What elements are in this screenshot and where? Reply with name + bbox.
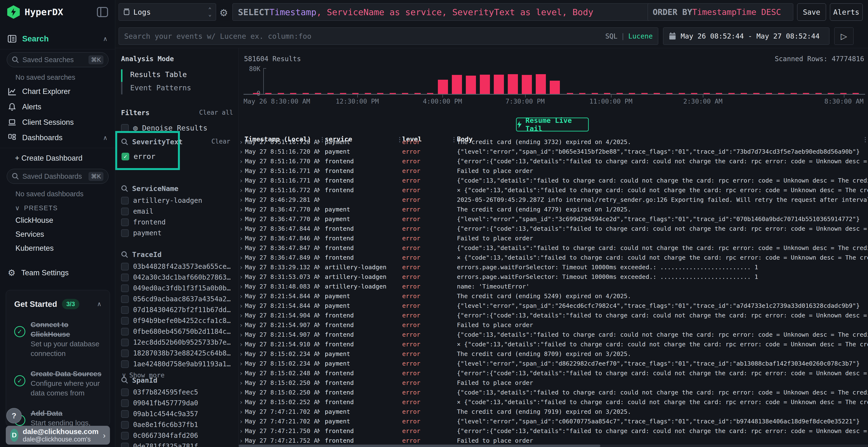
- filter-checkbox[interactable]: [121, 349, 129, 357]
- filter-checkbox[interactable]: [121, 295, 129, 303]
- save-button[interactable]: Save: [797, 3, 826, 21]
- preset-dashboard-link[interactable]: ClickHouse: [0, 213, 115, 227]
- help-button[interactable]: ?: [6, 408, 22, 423]
- table-row[interactable]: › May 27 8:36:47.846 AM frontend error F…: [239, 234, 868, 243]
- row-expand-chevron[interactable]: ›: [239, 301, 243, 311]
- table-row[interactable]: › May 27 8:15:02.250 AM frontend error F…: [239, 378, 868, 388]
- saved-searches-input[interactable]: [23, 56, 85, 64]
- filter-checkbox[interactable]: [121, 410, 129, 418]
- user-menu[interactable]: D dale@clickhouse.com dale@clickhouse.co…: [6, 426, 110, 445]
- alerts-button[interactable]: Alerts: [830, 3, 863, 21]
- mode-results-table[interactable]: Results Table: [121, 68, 191, 81]
- table-row[interactable]: › May 27 8:21:54.907 AM frontend error F…: [239, 320, 868, 330]
- sql-mode[interactable]: SQL: [605, 32, 618, 40]
- table-row[interactable]: › May 27 8:15:02.252 AM frontend error ×…: [239, 398, 868, 407]
- filter-option[interactable]: 0fbe680eb456750b2d1184c…: [121, 326, 231, 337]
- filter-checkbox[interactable]: [121, 208, 129, 215]
- search-icon[interactable]: [121, 185, 128, 192]
- filter-checkbox[interactable]: [121, 339, 129, 346]
- table-row[interactable]: › May 27 8:51:16.720 AM payment error {"…: [239, 147, 868, 157]
- horizontal-scrollbar[interactable]: [239, 445, 868, 447]
- sidebar-item-client-sessions[interactable]: Client Sessions: [0, 115, 115, 130]
- preset-dashboard-link[interactable]: Services: [0, 227, 115, 241]
- filter-checkbox[interactable]: [121, 229, 129, 237]
- table-row[interactable]: › May 27 8:21:54.904 AM frontend error {…: [239, 311, 868, 320]
- chevron-up-icon[interactable]: ∧: [103, 35, 107, 43]
- table-row[interactable]: › May 27 8:21:54.907 AM frontend error {…: [239, 330, 868, 340]
- row-expand-chevron[interactable]: ›: [239, 272, 243, 282]
- row-expand-chevron[interactable]: ›: [239, 157, 243, 166]
- filter-checkbox[interactable]: [121, 399, 129, 407]
- source-select[interactable]: Logs ⌃⌃: [119, 3, 216, 21]
- create-dashboard-button[interactable]: + Create Dashboard: [0, 150, 115, 166]
- row-expand-chevron[interactable]: ›: [239, 340, 243, 349]
- collapse-sidebar-icon[interactable]: [97, 7, 108, 17]
- table-row[interactable]: › May 27 8:15:02.250 AM frontend error {…: [239, 388, 868, 398]
- table-row[interactable]: › May 27 8:36:47.849 AM frontend error ×…: [239, 253, 868, 263]
- row-expand-chevron[interactable]: ›: [239, 311, 243, 320]
- sidebar-item-chart-explorer[interactable]: Chart Explorer: [0, 84, 115, 99]
- row-expand-chevron[interactable]: ›: [239, 320, 243, 330]
- chevron-up-icon[interactable]: ∧: [97, 300, 101, 308]
- table-row[interactable]: › May 27 8:36:47.770 AM payment error Th…: [239, 205, 868, 214]
- filter-option[interactable]: 0c0667304fafd206: [121, 430, 198, 441]
- severity-clear-button[interactable]: Clear: [212, 138, 230, 145]
- filter-checkbox[interactable]: [121, 328, 129, 336]
- table-row[interactable]: › May 27 8:51:16.771 AM frontend error {…: [239, 176, 868, 185]
- filter-option[interactable]: frontend: [121, 217, 202, 228]
- table-row[interactable]: › May 27 8:31:53.073 AM artillery-loadge…: [239, 272, 868, 282]
- row-expand-chevron[interactable]: ›: [239, 195, 243, 205]
- filter-checkbox[interactable]: [121, 218, 129, 226]
- row-expand-chevron[interactable]: ›: [239, 176, 243, 185]
- filter-checkbox[interactable]: [121, 197, 129, 204]
- query-language-toggle[interactable]: SQL | Lucene: [605, 32, 653, 40]
- run-query-button[interactable]: ▷: [834, 28, 854, 45]
- filter-checkbox[interactable]: [121, 306, 129, 314]
- sidebar-item-search[interactable]: Search ∧: [0, 31, 115, 47]
- table-row[interactable]: › May 27 8:15:02.234 AM payment error Th…: [239, 349, 868, 359]
- table-row[interactable]: › May 27 8:21:54.910 AM frontend error ×…: [239, 340, 868, 349]
- filter-option[interactable]: 09ab1c4544c9a357: [121, 409, 198, 419]
- row-expand-chevron[interactable]: ›: [239, 436, 243, 446]
- row-expand-chevron[interactable]: ›: [239, 349, 243, 359]
- resume-live-tail-button[interactable]: Resume Live Tail: [516, 117, 589, 132]
- row-expand-chevron[interactable]: ›: [239, 407, 243, 417]
- row-expand-chevron[interactable]: ›: [239, 426, 243, 436]
- results-histogram[interactable]: 80K 0 May 26 8:30:00 AM12:30:00 PM4:00:0…: [244, 68, 865, 95]
- event-search-box[interactable]: SQL | Lucene: [119, 28, 658, 45]
- row-expand-chevron[interactable]: ›: [239, 291, 243, 301]
- filter-option[interactable]: artillery-loadgen: [121, 195, 202, 206]
- filter-option[interactable]: payment: [121, 228, 202, 238]
- get-started-step[interactable]: ✓ Create Data Sources Configure where yo…: [14, 369, 101, 398]
- table-row[interactable]: › May 27 8:31:48.083 AM artillery-loadge…: [239, 282, 868, 291]
- filter-checkbox[interactable]: [121, 284, 129, 292]
- row-expand-chevron[interactable]: ›: [239, 369, 243, 378]
- date-range-picker[interactable]: May 26 08:52:44 - May 27 08:52:44: [663, 28, 830, 45]
- sidebar-item-team-settings[interactable]: ⚙ Team Settings: [0, 265, 115, 281]
- row-expand-chevron[interactable]: ›: [239, 378, 243, 388]
- row-expand-chevron[interactable]: ›: [239, 263, 243, 272]
- table-row[interactable]: › May 27 8:51:16.771 AM frontend error F…: [239, 166, 868, 176]
- get-started-step[interactable]: ✓ Connect to ClickHouse Set up your data…: [14, 320, 101, 358]
- filter-option[interactable]: 0ae8e1f6c6b37fb1: [121, 419, 198, 430]
- search-icon[interactable]: [121, 377, 128, 384]
- presets-toggle[interactable]: ∨ PRESETS: [0, 200, 115, 213]
- order-by-input[interactable]: ORDER BY TimestampTime DESC: [648, 3, 793, 21]
- table-row[interactable]: › May 27 8:46:29.281 AM error 2025-05-26…: [239, 195, 868, 205]
- filter-option[interactable]: 049ed0ac3fdb1f3f15a0b0b…: [121, 283, 231, 294]
- search-icon[interactable]: [121, 138, 128, 145]
- preset-dashboard-link[interactable]: Kubernetes: [0, 241, 115, 255]
- saved-searches-search[interactable]: ⌘K: [7, 52, 108, 67]
- row-expand-chevron[interactable]: ›: [239, 214, 243, 224]
- filter-option[interactable]: 056cd9acbaac8637a4354a2…: [121, 294, 231, 304]
- sidebar-item-alerts[interactable]: Alerts: [0, 99, 115, 115]
- table-row[interactable]: › May 27 7:47:21.702 AM payment error {"…: [239, 417, 868, 426]
- filter-option[interactable]: 03f7b824595feec5: [121, 387, 198, 398]
- filter-checkbox[interactable]: [121, 421, 129, 429]
- error-checkbox-checked[interactable]: ✓: [122, 153, 129, 161]
- filter-option[interactable]: 09041fb457779da0: [121, 398, 198, 409]
- table-row[interactable]: › May 27 7:47:21.750 AM frontend error {…: [239, 426, 868, 436]
- search-icon[interactable]: [121, 251, 128, 258]
- table-row[interactable]: › May 27 7:47:21.752 AM frontend error F…: [239, 436, 868, 446]
- table-row[interactable]: › May 27 7:47:21.702 AM payment error Th…: [239, 407, 868, 417]
